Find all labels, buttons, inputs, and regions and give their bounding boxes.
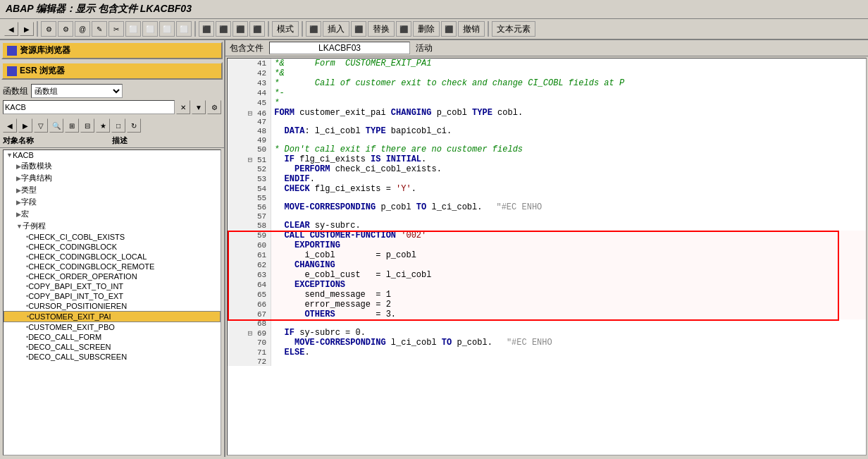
toolbar-btn-11[interactable]: ⬛	[216, 21, 231, 37]
line-content[interactable]	[271, 319, 866, 328]
tree-node-func[interactable]: ▶ 函数模块	[4, 160, 221, 172]
toolbar-btn-9[interactable]: ⬜	[176, 21, 192, 37]
nav-collapse-btn[interactable]: ⊟	[80, 118, 94, 133]
line-content[interactable]: *-	[271, 88, 866, 98]
mode-button[interactable]: 模式	[272, 21, 299, 37]
line-number: 71	[228, 348, 271, 357]
nav-back-btn[interactable]: ◀	[3, 118, 17, 133]
tree-node-check_order[interactable]: • CHECK_ORDER_OPERATION	[4, 271, 221, 281]
line-content[interactable]: CHECK flg_ci_exists = 'Y'.	[271, 184, 866, 194]
toolbar-btn-10[interactable]: ⬛	[199, 21, 214, 37]
line-content[interactable]: ENDIF.	[271, 174, 866, 184]
tree-node-copy_bapi_ext[interactable]: • COPY_BAPI_EXT_TO_INT	[4, 281, 221, 291]
nav-star-btn[interactable]: ★	[96, 118, 110, 133]
line-content[interactable]: EXPORTING	[271, 240, 866, 250]
tree-node-deco_call_form[interactable]: • DECO_CALL_FORM	[4, 332, 221, 342]
tree-node-fields[interactable]: ▶ 字段	[4, 196, 221, 208]
toolbar-btn-undo-icon[interactable]: ⬛	[441, 21, 457, 37]
line-content[interactable]: e_cobl_cust = l_ci_cobl	[271, 270, 866, 280]
tree-node-check_cb_remote[interactable]: • CHECK_CODINGBLOCK_REMOTE	[4, 262, 221, 271]
expand-icon[interactable]: ⊟	[248, 109, 253, 118]
line-content[interactable]: CALL CUSTOMER-FUNCTION '002'	[271, 231, 866, 240]
line-content[interactable]: *	[271, 98, 866, 108]
tree-node-macros[interactable]: ▶ 宏	[4, 208, 221, 220]
line-content[interactable]	[271, 357, 866, 366]
tree-node-cust_exit_pbo[interactable]: • CUSTOMER_EXIT_PBO	[4, 322, 221, 332]
back-button[interactable]: ◀	[4, 22, 18, 36]
tree-node-dict[interactable]: ▶ 字典结构	[4, 172, 221, 184]
nav-expand-btn[interactable]: ⊞	[65, 118, 79, 133]
nav-filter-btn[interactable]: ▽	[34, 118, 48, 133]
toolbar-btn-13[interactable]: ⬛	[249, 21, 265, 37]
toolbar-btn-5[interactable]: ✂	[108, 21, 124, 37]
line-content[interactable]: *& Form CUSTOMER_EXIT_PA1	[271, 59, 866, 68]
toolbar-btn-12[interactable]: ⬛	[232, 21, 248, 37]
line-content[interactable]: send_message = 1	[271, 290, 866, 300]
browser1-header[interactable]: 资源库浏览器	[1, 42, 223, 59]
tree-node-check_cb_local[interactable]: • CHECK_CODINGBLOCK_LOCAL	[4, 252, 221, 262]
toolbar-btn-7[interactable]: ⬜	[142, 21, 158, 37]
tree-node-copy_bapi_int[interactable]: • COPY_BAPI_INT_TO_EXT	[4, 291, 221, 301]
line-content[interactable]: i_cobl = p_cobl	[271, 250, 866, 260]
toolbar-btn-delete-icon[interactable]: ⬛	[396, 21, 411, 37]
search-down-button[interactable]: ▼	[192, 100, 206, 114]
line-content[interactable]: MOVE-CORRESPONDING l_ci_cobl TO p_cobl."…	[271, 338, 866, 348]
toolbar-btn-2[interactable]: ⚙	[58, 21, 73, 37]
toolbar-btn-8[interactable]: ⬜	[159, 21, 175, 37]
undo-button[interactable]: 撤销	[458, 21, 485, 37]
line-content[interactable]: *&	[271, 68, 866, 78]
search-options-button[interactable]: ⚙	[207, 100, 221, 114]
delete-button[interactable]: 删除	[413, 21, 440, 37]
tree-node-cursor_pos[interactable]: • CURSOR_POSITIONIEREN	[4, 301, 221, 311]
toolbar-btn-insert-icon[interactable]: ⬛	[306, 21, 321, 37]
tree-node-check_cb[interactable]: • CHECK_CODINGBLOCK	[4, 242, 221, 252]
line-content[interactable]	[271, 118, 866, 126]
line-content[interactable]: FORM customer_exit_pai CHANGING p_cobl T…	[271, 108, 866, 118]
tree-node-cust_exit_pai[interactable]: • CUSTOMER_EXIT_PAI	[4, 311, 221, 322]
toolbar-btn-replace-icon[interactable]: ⬛	[351, 21, 366, 37]
toolbar-btn-6[interactable]: ⬜	[125, 21, 141, 37]
line-content[interactable]: EXCEPTIONS	[271, 280, 866, 290]
code-area[interactable]: 41*& Form CUSTOMER_EXIT_PA142*&43* Call …	[227, 58, 867, 455]
line-content[interactable]: PERFORM check_ci_cobl_exists.	[271, 164, 866, 174]
tree-node-kacb[interactable]: ▼ KACB	[4, 150, 221, 160]
tree-area[interactable]: ▼ KACB▶ 函数模块▶ 字典结构▶ 类型▶ 字段▶ 宏▼ 子例程• CHEC…	[3, 149, 221, 455]
tree-node-deco_call_subscreen[interactable]: • DECO_CALL_SUBSCREEN	[4, 352, 221, 362]
nav-forward-btn[interactable]: ▶	[18, 118, 32, 133]
search-clear-button[interactable]: ✕	[176, 100, 190, 114]
function-group-select[interactable]: 函数组	[31, 84, 123, 98]
insert-button[interactable]: 插入	[323, 21, 349, 37]
expand-icon[interactable]: ⊟	[248, 156, 253, 164]
line-content[interactable]: CHANGING	[271, 260, 866, 270]
line-content[interactable]: * Call of customer exit to check and cha…	[271, 78, 866, 88]
line-content[interactable]: MOVE-CORRESPONDING p_cobl TO l_ci_cobl."…	[271, 202, 866, 212]
toolbar-btn-3[interactable]: @	[75, 21, 90, 37]
tree-node-subproc[interactable]: ▼ 子例程	[4, 220, 221, 232]
expand-icon[interactable]: ⊟	[248, 329, 253, 338]
browser2-header[interactable]: ESR 浏览器	[1, 62, 223, 80]
text-elements-button[interactable]: 文本元素	[492, 21, 535, 37]
tree-node-deco_call_screen[interactable]: • DECO_CALL_SCREEN	[4, 342, 221, 352]
line-content[interactable]	[271, 194, 866, 202]
search-input[interactable]	[3, 100, 175, 114]
line-content[interactable]: IF flg_ci_exists IS INITIAL.	[271, 154, 866, 164]
line-content[interactable]: OTHERS = 3.	[271, 310, 866, 319]
line-content[interactable]	[271, 136, 866, 145]
toolbar-btn-1[interactable]: ⚙	[41, 21, 56, 37]
line-content[interactable]: IF sy-subrc = 0.	[271, 328, 866, 338]
tree-node-types[interactable]: ▶ 类型	[4, 184, 221, 196]
keyword: CALL	[285, 231, 305, 240]
line-content[interactable]: ELSE.	[271, 348, 866, 357]
replace-button[interactable]: 替换	[368, 21, 395, 37]
line-content[interactable]: * Don't call exit if there are no custom…	[271, 145, 866, 154]
nav-refresh-btn[interactable]: ↻	[127, 118, 141, 133]
nav-search-btn[interactable]: 🔍	[49, 118, 63, 133]
line-content[interactable]: DATA: l_ci_cobl TYPE bapicobl_ci.	[271, 126, 866, 136]
line-content[interactable]: error_message = 2	[271, 300, 866, 310]
forward-button[interactable]: ▶	[20, 22, 34, 36]
line-content[interactable]: CLEAR sy-subrc.	[271, 221, 866, 231]
toolbar-btn-4[interactable]: ✎	[92, 21, 107, 37]
line-content[interactable]	[271, 212, 866, 221]
tree-node-check_ci[interactable]: • CHECK_CI_COBL_EXISTS	[4, 232, 221, 242]
nav-bookmark-btn[interactable]: □	[111, 118, 125, 133]
